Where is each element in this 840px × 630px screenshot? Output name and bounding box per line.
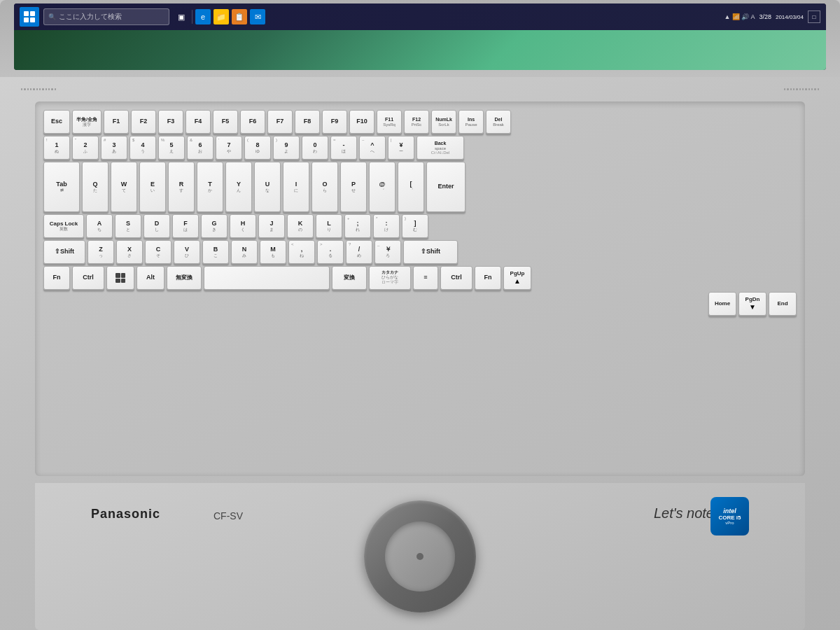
key-x[interactable]: Xさ <box>116 240 143 264</box>
key-hankaku[interactable]: 半角/全角漢字 <box>72 110 102 134</box>
key-s[interactable]: Sと <box>115 214 141 238</box>
key-h[interactable]: Hく <box>230 214 256 238</box>
key-bracket-r[interactable]: }]む <box>402 214 428 238</box>
speaker-right <box>784 83 819 95</box>
key-l[interactable]: Lり <box>316 214 342 238</box>
key-fn[interactable]: Fn <box>43 266 70 290</box>
key-t[interactable]: Tか <box>197 162 223 212</box>
key-z[interactable]: Zっ <box>88 240 114 264</box>
key-shift-right[interactable]: ⇧Shift <box>403 240 458 264</box>
key-f3[interactable]: F3 <box>158 110 183 134</box>
key-f2[interactable]: F2 <box>131 110 156 134</box>
key-ctrl-left[interactable]: Ctrl <box>72 266 104 290</box>
key-v[interactable]: Vひ <box>174 240 200 264</box>
key-ins[interactable]: InsPause <box>458 110 484 134</box>
key-caret[interactable]: ~^へ <box>359 136 386 160</box>
key-comma[interactable]: <,ね <box>288 240 315 264</box>
key-y[interactable]: Yん <box>225 162 252 212</box>
key-0[interactable]: 0わ <box>302 136 328 160</box>
key-enter[interactable]: Enter <box>426 162 465 212</box>
key-p[interactable]: Pせ <box>340 162 367 212</box>
key-j[interactable]: Jま <box>258 214 285 238</box>
windows-button[interactable] <box>20 7 39 27</box>
key-numlk[interactable]: NumLkScrLk <box>431 110 456 134</box>
edge-icon[interactable]: e <box>195 9 211 24</box>
key-w[interactable]: Wて <box>111 162 137 212</box>
key-muhenkan[interactable]: 無変換 <box>167 266 202 290</box>
key-shift-left[interactable]: ⇧Shift <box>43 240 85 264</box>
key-menu[interactable]: ≡ <box>413 266 438 290</box>
brand-panasonic: Panasonic <box>91 507 160 522</box>
key-henkan[interactable]: 変換 <box>332 266 367 290</box>
key-o[interactable]: Oら <box>312 162 338 212</box>
key-q[interactable]: Qた <box>82 162 108 212</box>
key-semicolon[interactable]: +;れ <box>344 214 371 238</box>
taskbar-search[interactable]: 🔍 ここに入力して検索 <box>43 8 169 25</box>
key-g[interactable]: Gき <box>201 214 227 238</box>
key-f12[interactable]: F12PrtSc <box>404 110 429 134</box>
folder-icon[interactable]: 📁 <box>214 9 229 24</box>
key-f9[interactable]: F9 <box>322 110 347 134</box>
key-2[interactable]: "2ふ <box>72 136 99 160</box>
task-view-icon[interactable]: ▣ <box>174 9 189 24</box>
bottom-key-row: Fn Ctrl Alt 無変換 変換 カタカナひらがなローマ字 ≡ Ctrl <box>43 266 797 290</box>
taskbar-icons: ▣ e 📁 📋 ✉ <box>174 9 265 24</box>
key-backspace[interactable]: BackspaceCt↑Al↓Del <box>416 136 464 160</box>
key-r[interactable]: Rす <box>168 162 195 212</box>
key-pgdn[interactable]: PgDn▼ <box>738 292 766 316</box>
key-f8[interactable]: F8 <box>295 110 320 134</box>
key-f10[interactable]: F10 <box>349 110 374 134</box>
key-windows[interactable] <box>106 266 134 290</box>
notification-area[interactable]: □ <box>808 10 820 23</box>
key-minus[interactable]: =-ほ <box>330 136 357 160</box>
mail-icon[interactable]: ✉ <box>250 9 265 24</box>
key-space[interactable] <box>204 266 330 290</box>
key-n[interactable]: Nみ <box>231 240 258 264</box>
key-f4[interactable]: F4 <box>186 110 211 134</box>
key-period[interactable]: >.る <box>317 240 344 264</box>
key-f7[interactable]: F7 <box>267 110 293 134</box>
key-4[interactable]: $4う <box>130 136 156 160</box>
trackpad[interactable] <box>364 500 476 612</box>
key-ctrl-right[interactable]: Ctrl <box>440 266 472 290</box>
key-end[interactable]: End <box>769 292 797 316</box>
key-b[interactable]: Bこ <box>202 240 229 264</box>
key-3[interactable]: #3あ <box>101 136 127 160</box>
key-9[interactable]: )9よ <box>273 136 300 160</box>
key-f[interactable]: Fは <box>172 214 199 238</box>
key-fn-right[interactable]: Fn <box>475 266 501 290</box>
key-7[interactable]: '7や <box>216 136 242 160</box>
key-5[interactable]: %5え <box>158 136 185 160</box>
key-at[interactable]: @゛ <box>369 162 396 212</box>
key-tab[interactable]: Tab⇄ <box>43 162 80 212</box>
key-colon[interactable]: *:け <box>373 214 400 238</box>
taskbar-time: 3/28 <box>759 13 771 20</box>
key-caps-lock[interactable]: Caps Lock 英数 <box>43 214 84 238</box>
files-icon[interactable]: 📋 <box>232 9 247 24</box>
key-bracket-l[interactable]: [゜ <box>398 162 424 212</box>
key-i[interactable]: Iに <box>283 162 309 212</box>
key-f11[interactable]: F11SysRq <box>377 110 402 134</box>
key-f1[interactable]: F1 <box>104 110 129 134</box>
key-pgup[interactable]: PgUp▲ <box>503 266 531 290</box>
key-a[interactable]: Aち <box>86 214 113 238</box>
key-alt[interactable]: Alt <box>136 266 164 290</box>
key-1[interactable]: !1ぬ <box>43 136 70 160</box>
key-slash[interactable]: ?/め <box>346 240 372 264</box>
key-yen[interactable]: |¥ー <box>388 136 414 160</box>
key-home[interactable]: Home <box>708 292 736 316</box>
key-katakana[interactable]: カタカナひらがなローマ字 <box>369 266 411 290</box>
key-6[interactable]: &6お <box>187 136 214 160</box>
key-esc[interactable]: Esc <box>43 110 70 134</box>
key-f5[interactable]: F5 <box>213 110 238 134</box>
key-f6[interactable]: F6 <box>240 110 265 134</box>
key-e[interactable]: Eい <box>139 162 166 212</box>
key-backslash[interactable]: _￥ろ <box>374 240 401 264</box>
key-m[interactable]: Mも <box>260 240 286 264</box>
key-del[interactable]: DelBreak <box>486 110 511 134</box>
key-k[interactable]: Kの <box>287 214 314 238</box>
key-u[interactable]: Uな <box>254 162 281 212</box>
key-c[interactable]: Cそ <box>145 240 172 264</box>
key-8[interactable]: (8ゆ <box>244 136 271 160</box>
key-d[interactable]: Dし <box>144 214 170 238</box>
